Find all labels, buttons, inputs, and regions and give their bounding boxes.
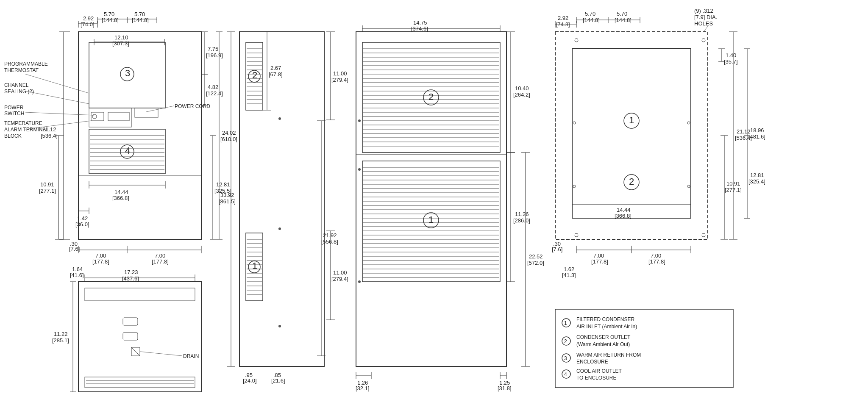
svg-text:7.00: 7.00: [593, 252, 604, 259]
svg-rect-328: [78, 282, 201, 392]
svg-point-261: [702, 39, 705, 42]
svg-point-326: [573, 185, 576, 188]
svg-rect-18: [135, 108, 158, 117]
svg-point-255: [358, 280, 361, 283]
svg-point-327: [687, 185, 690, 188]
svg-text:12.81: 12.81: [216, 181, 230, 188]
dim-front-740: [74.0]: [81, 21, 95, 28]
svg-text:[374.6]: [374.6]: [411, 25, 428, 32]
svg-rect-15: [91, 112, 104, 121]
svg-line-347: [140, 352, 182, 356]
svg-text:[481.6]: [481.6]: [748, 133, 765, 140]
svg-text:[196.9]: [196.9]: [206, 52, 223, 58]
svg-text:[572.0]: [572.0]: [527, 260, 544, 266]
side-left-circle-1: 1: [252, 261, 257, 271]
svg-text:[325.4]: [325.4]: [748, 178, 765, 185]
legend-num-2: 2: [564, 338, 567, 344]
svg-text:5.70: 5.70: [617, 11, 627, 17]
svg-text:[144.8]: [144.8]: [132, 17, 149, 23]
svg-text:[366.8]: [366.8]: [615, 213, 632, 219]
svg-text:[31.8]: [31.8]: [498, 385, 512, 391]
svg-text:[279.4]: [279.4]: [331, 77, 348, 83]
svg-line-272: [704, 26, 708, 32]
svg-text:[610.0]: [610.0]: [220, 136, 237, 142]
svg-text:[32.1]: [32.1]: [356, 385, 370, 391]
right-circle-1: 1: [629, 115, 634, 125]
legend-num-3: 3: [564, 355, 567, 361]
svg-line-95: [25, 112, 94, 115]
label-drain: DRAIN: [183, 353, 199, 359]
svg-text:1.62: 1.62: [564, 266, 574, 272]
svg-text:1.40: 1.40: [726, 52, 736, 58]
svg-text:11.00: 11.00: [333, 269, 347, 276]
label-power-cord: POWER CORD: [175, 103, 210, 109]
svg-rect-16: [108, 112, 129, 121]
legend-item4-line2: TO ENCLOSURE: [576, 375, 616, 381]
svg-text:1.42: 1.42: [77, 215, 88, 222]
svg-text:11.26: 11.26: [515, 211, 529, 217]
svg-text:10.91: 10.91: [40, 181, 54, 188]
svg-text:[437.6]: [437.6]: [122, 275, 139, 282]
svg-point-324: [573, 122, 576, 124]
front-circle-3: 3: [125, 68, 130, 78]
svg-text:[285.1]: [285.1]: [52, 337, 69, 344]
svg-text:5.70: 5.70: [134, 11, 145, 17]
svg-line-93: [25, 91, 89, 104]
svg-text:THERMOSTAT: THERMOSTAT: [4, 67, 39, 73]
svg-text:[307.3]: [307.3]: [112, 40, 129, 47]
svg-point-253: [358, 119, 361, 122]
legend-item2-line1: CONDENSER OUTLET: [576, 334, 631, 340]
legend-item3-line2: ENCLOSURE: [576, 359, 608, 365]
svg-point-325: [687, 122, 690, 124]
legend-num-4: 4: [564, 372, 567, 377]
svg-text:21.92: 21.92: [323, 232, 337, 238]
svg-rect-334: [85, 377, 195, 388]
svg-text:[264.2]: [264.2]: [513, 91, 530, 98]
front-circle-4: 4: [125, 145, 130, 156]
svg-text:2.67: 2.67: [270, 65, 281, 71]
svg-line-91: [25, 74, 89, 93]
legend-item3-line1: WARM AIR RETURN FROM: [576, 352, 641, 358]
svg-line-100: [146, 106, 174, 112]
svg-text:[177.8]: [177.8]: [648, 258, 665, 265]
svg-text:14.44: 14.44: [617, 207, 631, 213]
svg-text:7.00: 7.00: [651, 252, 661, 259]
svg-text:[536.4]: [536.4]: [41, 133, 58, 139]
svg-text:10.91: 10.91: [726, 180, 740, 187]
svg-text:2.92: 2.92: [558, 15, 568, 21]
svg-text:[177.8]: [177.8]: [591, 258, 608, 265]
svg-text:BLOCK: BLOCK: [4, 133, 22, 139]
svg-text:[279.4]: [279.4]: [331, 276, 348, 282]
svg-text:33.92: 33.92: [220, 192, 234, 198]
svg-text:[277.1]: [277.1]: [39, 188, 56, 194]
svg-rect-330: [123, 318, 138, 325]
svg-line-333: [131, 347, 140, 356]
svg-text:[7.6]: [7.6]: [552, 246, 562, 252]
svg-text:[24.0]: [24.0]: [243, 377, 257, 384]
svg-text:[144.8]: [144.8]: [615, 17, 632, 23]
svg-text:[277.1]: [277.1]: [725, 187, 742, 193]
legend-item2-line2: (Warm Ambient Air Out): [576, 341, 630, 347]
svg-text:SEALING (2): SEALING (2): [4, 89, 34, 94]
svg-point-163: [278, 117, 281, 120]
svg-text:[144.8]: [144.8]: [583, 17, 600, 23]
svg-text:[41.6]: [41.6]: [70, 272, 84, 278]
svg-point-263: [702, 233, 705, 237]
svg-text:[177.8]: [177.8]: [152, 258, 169, 265]
svg-text:7.00: 7.00: [155, 252, 165, 259]
svg-text:5.70: 5.70: [104, 11, 114, 17]
svg-point-254: [358, 168, 361, 171]
svg-text:[7.6]: [7.6]: [69, 246, 80, 252]
svg-text:[144.8]: [144.8]: [102, 17, 119, 23]
right-circle-2: 2: [629, 176, 634, 187]
svg-text:ALARM TERMINAL: ALARM TERMINAL: [4, 127, 49, 133]
label-power-switch: POWER: [4, 105, 24, 111]
svg-rect-257: [572, 49, 691, 218]
legend-num-1: 1: [564, 320, 567, 326]
svg-text:7.00: 7.00: [95, 252, 106, 259]
svg-text:SWITCH: SWITCH: [4, 111, 24, 116]
label-programmable-thermostat: PROGRAMMABLE: [4, 61, 48, 67]
legend-item4-line1: COOL AIR OUTLET: [576, 368, 622, 374]
svg-text:12.81: 12.81: [750, 172, 764, 178]
svg-text:[7.9] DIA.: [7.9] DIA.: [694, 14, 717, 20]
